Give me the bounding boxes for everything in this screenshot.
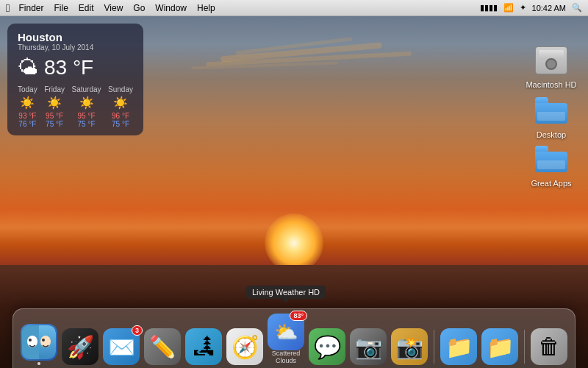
- apple-menu[interactable]: : [6, 2, 10, 13]
- forecast-friday: Friday ☀️ 95 °F 75 °F: [44, 85, 65, 128]
- svg-point-5: [42, 339, 45, 342]
- weather-current: 🌤 83 °F: [18, 55, 133, 79]
- dock-mail[interactable]: ✉️ 3: [103, 328, 140, 365]
- weather-current-icon: 🌤: [18, 55, 38, 79]
- weather-widget: Houston Thursday, 10 July 2014 🌤 83 °F T…: [7, 24, 143, 135]
- great-apps-folder-icon: [534, 141, 569, 177]
- macintosh-hd-label: Macintosh HD: [526, 80, 576, 90]
- launchpad-icon: 🚀: [62, 328, 98, 365]
- dock-folder-1[interactable]: 📁: [440, 328, 477, 365]
- dock-photos[interactable]: 🏞: [185, 328, 222, 365]
- facetime-icon: 📷: [350, 328, 387, 365]
- dock-launchpad[interactable]: 🚀: [62, 328, 98, 365]
- bluetooth-icon[interactable]: ✦: [520, 3, 526, 13]
- dock-folder-2[interactable]: 📁: [481, 328, 518, 365]
- weather-clouds: Clouds: [272, 358, 301, 365]
- weather-temperature: 83 °F: [44, 56, 93, 79]
- dock-shelf: 🚀 ✉️ 3 ✏️ 🏞 🧭 Liv: [12, 308, 576, 368]
- desktop: Houston Thursday, 10 July 2014 🌤 83 °F T…: [0, 16, 588, 368]
- dock-separator-2: [524, 330, 525, 364]
- dock-container: 🚀 ✉️ 3 ✏️ 🏞 🧭 Liv: [0, 308, 588, 368]
- wifi-icon[interactable]: 📶: [503, 3, 514, 13]
- menu-finder[interactable]: Finder: [18, 3, 43, 13]
- finder-icon: [21, 324, 57, 361]
- menu-view[interactable]: View: [104, 3, 123, 13]
- great-apps-label: Great Apps: [531, 179, 571, 188]
- harddrive-icon: [534, 43, 569, 78]
- svg-point-4: [29, 339, 32, 342]
- safari-icon: 🧭: [226, 328, 263, 365]
- svg-point-2: [27, 336, 37, 347]
- menu-items: Finder File Edit View Go Window Help: [18, 3, 215, 13]
- desktop-folder-label: Desktop: [537, 130, 566, 140]
- messages-icon: 💬: [309, 328, 345, 365]
- mail-badge: 3: [132, 325, 143, 336]
- dock-iphoto[interactable]: 📸: [391, 328, 428, 365]
- battery-icon[interactable]: ▮▮▮▮: [480, 3, 498, 13]
- dock-folder-icon-1: 📁: [440, 328, 477, 365]
- mail-icon: ✉️ 3: [103, 328, 140, 365]
- menu-right-icons: ▮▮▮▮ 📶 ✦ 10:42 AM 🔍: [480, 3, 582, 13]
- dock-weather[interactable]: Living Weather HD ⛅ 83° Scattered Clouds: [268, 314, 304, 365]
- clock: 10:42 AM: [532, 4, 566, 13]
- dock-trash[interactable]: 🗑: [531, 328, 567, 365]
- menu-window[interactable]: Window: [155, 3, 187, 13]
- desktop-folder-icon: [534, 93, 569, 128]
- trash-icon: 🗑: [531, 328, 567, 365]
- dock-pencil[interactable]: ✏️: [144, 328, 181, 365]
- forecast-today: Today ☀️ 93 °F 76 °F: [18, 85, 37, 128]
- dock-messages[interactable]: 💬: [309, 328, 345, 365]
- forecast-saturday: Saturday ☀️ 95 °F 75 °F: [72, 85, 101, 128]
- pencil-icon: ✏️: [144, 328, 181, 365]
- weather-temp-badge: 83°: [290, 311, 307, 321]
- finder-dot: [37, 362, 40, 365]
- menu-go[interactable]: Go: [133, 3, 145, 13]
- weather-date: Thursday, 10 July 2014: [18, 43, 133, 52]
- dock-finder[interactable]: [21, 324, 57, 365]
- weather-app-tooltip: Living Weather HD: [246, 286, 326, 299]
- weather-city: Houston: [18, 31, 133, 43]
- forecast-sunday: Sunday ☀️ 96 °F 75 °F: [108, 85, 133, 128]
- dock-safari[interactable]: 🧭: [226, 328, 263, 365]
- svg-point-3: [40, 336, 51, 347]
- menu-bar:  Finder File Edit View Go Window Help ▮…: [0, 0, 588, 16]
- dock-folder-icon-2: 📁: [481, 328, 518, 365]
- desktop-icon-macintosh-hd[interactable]: Macintosh HD: [526, 43, 577, 90]
- photos-icon: 🏞: [185, 328, 222, 365]
- menu-help[interactable]: Help: [197, 3, 215, 13]
- weather-forecast: Today ☀️ 93 °F 76 °F Friday ☀️ 95 °F 75 …: [18, 85, 133, 128]
- iphoto-icon: 📸: [391, 328, 428, 365]
- dock-separator: [434, 330, 434, 364]
- menu-file[interactable]: File: [54, 3, 68, 13]
- spotlight-icon[interactable]: 🔍: [572, 3, 582, 13]
- desktop-icon-great-apps[interactable]: Great Apps: [526, 141, 577, 188]
- desktop-icon-desktop-folder[interactable]: Desktop: [526, 93, 577, 140]
- dock-facetime[interactable]: 📷: [350, 328, 387, 365]
- menu-edit[interactable]: Edit: [79, 3, 94, 13]
- weather-app-icon: ⛅ 83°: [268, 314, 304, 350]
